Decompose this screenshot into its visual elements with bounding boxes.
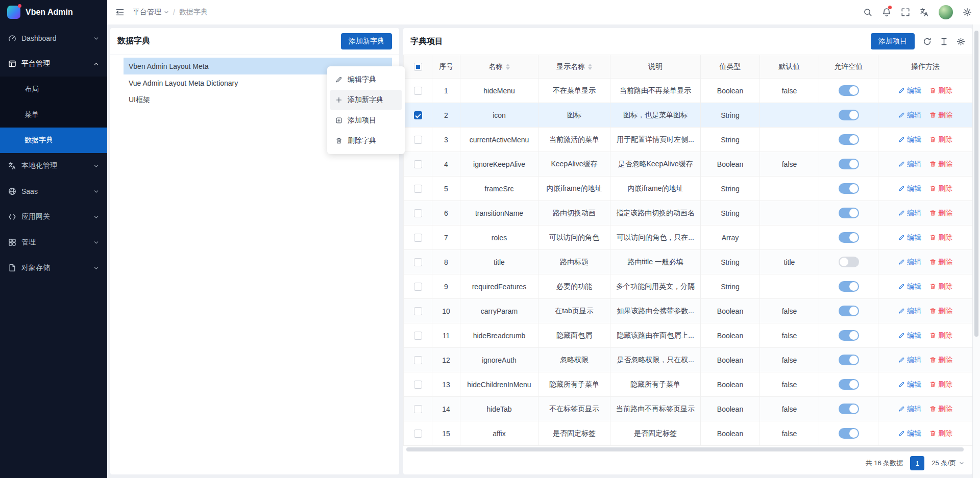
edit-button[interactable]: 编辑: [898, 405, 921, 414]
edit-button[interactable]: 编辑: [898, 380, 921, 389]
sidebar-item-saas[interactable]: Saas: [0, 179, 107, 204]
sidebar-subitem-menu[interactable]: 菜单: [0, 102, 107, 128]
breadcrumb-item-platform[interactable]: 平台管理: [133, 8, 169, 17]
context-menu-item[interactable]: 删除字典: [330, 131, 402, 151]
notifications-button[interactable]: [882, 8, 891, 17]
context-menu-item[interactable]: 编辑字典: [330, 69, 402, 90]
sidebar-item-gateway[interactable]: 应用网关: [0, 204, 107, 230]
sidebar-item-platform[interactable]: 平台管理: [0, 51, 107, 77]
row-checkbox[interactable]: [414, 332, 422, 340]
edit-button[interactable]: 编辑: [898, 429, 921, 438]
sidebar-subitem-layout[interactable]: 布局: [0, 77, 107, 102]
edit-button[interactable]: 编辑: [898, 282, 921, 291]
row-checkbox[interactable]: [414, 430, 422, 438]
allow-empty-toggle[interactable]: [839, 183, 859, 194]
allow-empty-toggle[interactable]: [839, 428, 859, 439]
sort-carets-icon[interactable]: [588, 64, 592, 70]
allow-empty-toggle[interactable]: [839, 159, 859, 169]
row-checkbox[interactable]: [414, 160, 422, 168]
delete-button[interactable]: 删除: [929, 429, 952, 438]
delete-button[interactable]: 删除: [929, 380, 952, 389]
delete-button[interactable]: 删除: [929, 184, 952, 193]
allow-empty-toggle[interactable]: [839, 208, 859, 218]
row-checkbox[interactable]: [414, 87, 422, 95]
column-settings-gear-icon[interactable]: [957, 37, 965, 46]
context-menu-item[interactable]: 添加新字典: [330, 90, 402, 110]
row-checkbox[interactable]: [414, 405, 422, 413]
delete-button[interactable]: 删除: [929, 135, 952, 144]
delete-button[interactable]: 删除: [929, 307, 952, 316]
edit-button[interactable]: 编辑: [898, 111, 921, 120]
refresh-icon[interactable]: [923, 37, 932, 46]
row-checkbox[interactable]: [414, 381, 422, 389]
add-item-button[interactable]: 添加项目: [871, 33, 915, 49]
edit-button[interactable]: 编辑: [898, 209, 921, 218]
vertical-scrollbar-thumb[interactable]: [974, 31, 978, 337]
delete-button[interactable]: 删除: [929, 331, 952, 340]
allow-empty-toggle[interactable]: [839, 134, 859, 145]
sidebar-item-management[interactable]: 管理: [0, 230, 107, 255]
column-header-display[interactable]: 显示名称: [538, 55, 610, 79]
delete-button[interactable]: 删除: [929, 258, 952, 267]
allow-empty-toggle[interactable]: [839, 110, 859, 120]
search-icon[interactable]: [863, 8, 872, 17]
horizontal-scrollbar-thumb[interactable]: [406, 447, 964, 451]
allow-empty-toggle[interactable]: [839, 330, 859, 341]
delete-button[interactable]: 删除: [929, 160, 952, 169]
allow-empty-toggle[interactable]: [839, 257, 859, 267]
row-checkbox[interactable]: [414, 185, 422, 193]
row-checkbox[interactable]: [414, 111, 422, 119]
delete-button[interactable]: 删除: [929, 356, 952, 365]
sort-carets-icon[interactable]: [506, 64, 510, 70]
row-checkbox[interactable]: [414, 136, 422, 144]
edit-button[interactable]: 编辑: [898, 160, 921, 169]
allow-empty-toggle[interactable]: [839, 379, 859, 390]
context-menu-item[interactable]: 添加项目: [330, 110, 402, 131]
sidebar-item-dashboard[interactable]: Dashboard: [0, 26, 107, 51]
avatar[interactable]: [939, 5, 953, 19]
app-logo[interactable]: Vben Admin: [0, 0, 107, 24]
allow-empty-toggle[interactable]: [839, 85, 859, 96]
row-checkbox[interactable]: [414, 234, 422, 242]
cell-checkbox: [404, 177, 432, 201]
pagination-page-1[interactable]: 1: [910, 456, 924, 470]
sidebar-item-localization[interactable]: 本地化管理: [0, 153, 107, 179]
translate-icon[interactable]: [920, 8, 929, 17]
delete-button[interactable]: 删除: [929, 111, 952, 120]
menu-fold-icon[interactable]: [115, 8, 125, 17]
row-checkbox[interactable]: [414, 283, 422, 291]
sidebar-item-object-storage[interactable]: 对象存储: [0, 255, 107, 281]
select-all-checkbox[interactable]: [414, 63, 422, 71]
row-checkbox[interactable]: [414, 209, 422, 217]
cell-allow-empty: [819, 372, 878, 397]
fullscreen-icon[interactable]: [901, 8, 910, 17]
delete-button[interactable]: 删除: [929, 282, 952, 291]
delete-button[interactable]: 删除: [929, 233, 952, 242]
sidebar-subitem-data-dictionary[interactable]: 数据字典: [0, 128, 107, 153]
edit-button[interactable]: 编辑: [898, 258, 921, 267]
column-header-name[interactable]: 名称: [460, 55, 538, 79]
action-label: 编辑: [907, 209, 921, 218]
delete-button[interactable]: 删除: [929, 405, 952, 414]
edit-button[interactable]: 编辑: [898, 356, 921, 365]
edit-button[interactable]: 编辑: [898, 86, 921, 95]
row-checkbox[interactable]: [414, 307, 422, 315]
row-checkbox[interactable]: [414, 356, 422, 364]
row-checkbox[interactable]: [414, 258, 422, 266]
edit-button[interactable]: 编辑: [898, 233, 921, 242]
add-dictionary-button[interactable]: 添加新字典: [341, 33, 392, 49]
allow-empty-toggle[interactable]: [839, 404, 859, 414]
edit-button[interactable]: 编辑: [898, 307, 921, 316]
row-height-icon[interactable]: [940, 37, 948, 46]
allow-empty-toggle[interactable]: [839, 306, 859, 316]
allow-empty-toggle[interactable]: [839, 281, 859, 292]
allow-empty-toggle[interactable]: [839, 232, 859, 243]
settings-gear-icon[interactable]: [963, 8, 972, 17]
edit-button[interactable]: 编辑: [898, 135, 921, 144]
edit-button[interactable]: 编辑: [898, 184, 921, 193]
edit-button[interactable]: 编辑: [898, 331, 921, 340]
delete-button[interactable]: 删除: [929, 86, 952, 95]
allow-empty-toggle[interactable]: [839, 355, 859, 365]
page-size-select[interactable]: 25 条/页: [932, 459, 964, 468]
delete-button[interactable]: 删除: [929, 209, 952, 218]
